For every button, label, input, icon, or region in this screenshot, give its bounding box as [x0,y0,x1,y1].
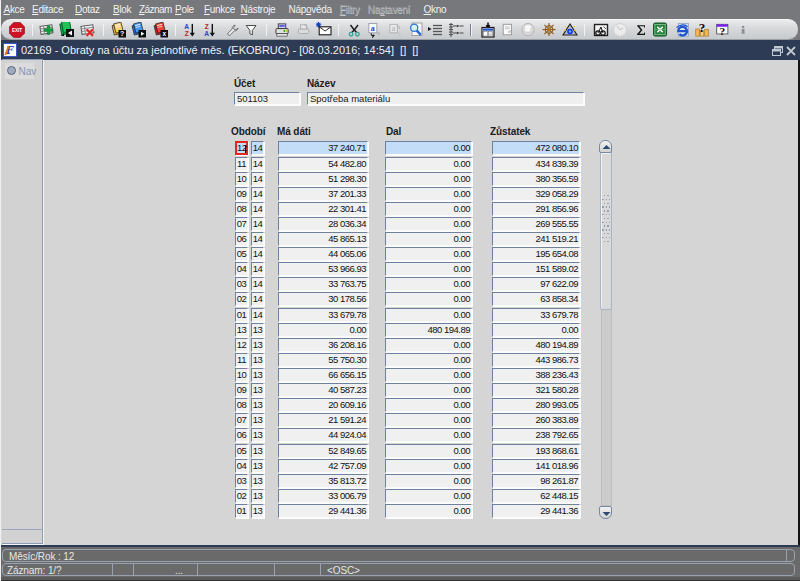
svg-text:a: a [397,31,400,37]
svg-text:A: A [184,23,189,30]
svg-text:?: ? [120,30,124,37]
svg-text:Z: Z [204,23,208,30]
svg-text:a: a [377,30,380,36]
svg-text:a: a [391,24,395,33]
svg-text:?: ? [719,25,725,37]
svg-text:EXIT: EXIT [12,28,22,33]
svg-text:x: x [162,30,166,37]
svg-text:a: a [371,24,375,33]
svg-text:?: ? [698,22,705,35]
svg-text:Z: Z [185,30,189,37]
svg-text:A: A [204,30,209,37]
